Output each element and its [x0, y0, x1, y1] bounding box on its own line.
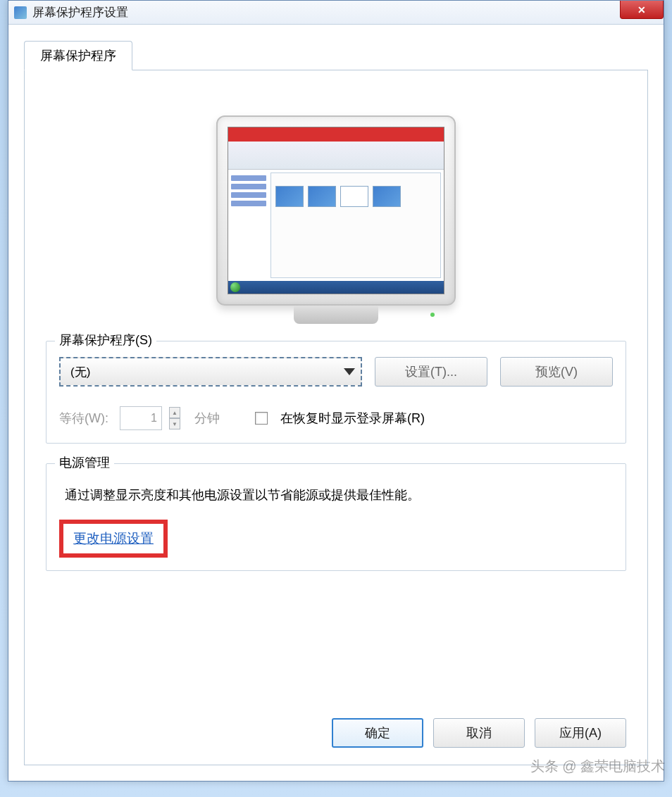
preview-button[interactable]: 预览(V) [500, 357, 613, 387]
close-icon: ✕ [637, 4, 646, 15]
preview-area [46, 115, 626, 306]
cancel-button[interactable]: 取消 [433, 718, 525, 748]
app-icon [14, 6, 27, 19]
screensaver-selected-value: (无) [70, 364, 90, 380]
resume-checkbox[interactable] [255, 412, 268, 425]
monitor-stand [294, 306, 378, 324]
power-description: 通过调整显示亮度和其他电源设置以节省能源或提供最佳性能。 [65, 485, 613, 506]
dialog-footer: 确定 取消 应用(A) [46, 705, 626, 748]
close-button[interactable]: ✕ [620, 1, 664, 19]
screensaver-group: 屏幕保护程序(S) (无) 设置(T)... 预览(V) 等待(W): ▲ ▼ [46, 341, 626, 444]
spinner-down-icon[interactable]: ▼ [169, 418, 180, 429]
screensaver-group-label: 屏幕保护程序(S) [55, 332, 156, 349]
apply-button[interactable]: 应用(A) [535, 718, 626, 748]
spinner-up-icon[interactable]: ▲ [169, 407, 180, 418]
power-group: 电源管理 通过调整显示亮度和其他电源设置以节省能源或提供最佳性能。 更改电源设置 [46, 463, 626, 571]
tab-screensaver[interactable]: 屏幕保护程序 [24, 41, 132, 70]
wait-spinner[interactable]: ▲ ▼ [169, 407, 180, 429]
window-title: 屏幕保护程序设置 [32, 4, 128, 20]
power-group-label: 电源管理 [55, 454, 114, 471]
monitor-led-icon [430, 313, 435, 317]
minutes-label: 分钟 [194, 410, 220, 427]
change-power-link[interactable]: 更改电源设置 [73, 531, 154, 546]
screensaver-select[interactable]: (无) [59, 357, 362, 387]
resume-checkbox-label: 在恢复时显示登录屏幕(R) [280, 410, 425, 427]
preview-screen [228, 127, 444, 294]
titlebar[interactable]: 屏幕保护程序设置 ✕ [8, 1, 664, 25]
dialog-window: 屏幕保护程序设置 ✕ 屏幕保护程序 [8, 0, 664, 782]
chevron-down-icon [344, 368, 355, 375]
settings-button[interactable]: 设置(T)... [375, 357, 487, 387]
wait-label: 等待(W): [59, 410, 108, 427]
content-area: 屏幕保护程序 [8, 25, 664, 781]
ok-button[interactable]: 确定 [332, 718, 423, 748]
wait-input[interactable] [120, 406, 162, 430]
tab-panel: 屏幕保护程序(S) (无) 设置(T)... 预览(V) 等待(W): ▲ ▼ [24, 70, 648, 765]
highlight-box: 更改电源设置 [59, 520, 168, 558]
monitor-preview [216, 115, 456, 306]
